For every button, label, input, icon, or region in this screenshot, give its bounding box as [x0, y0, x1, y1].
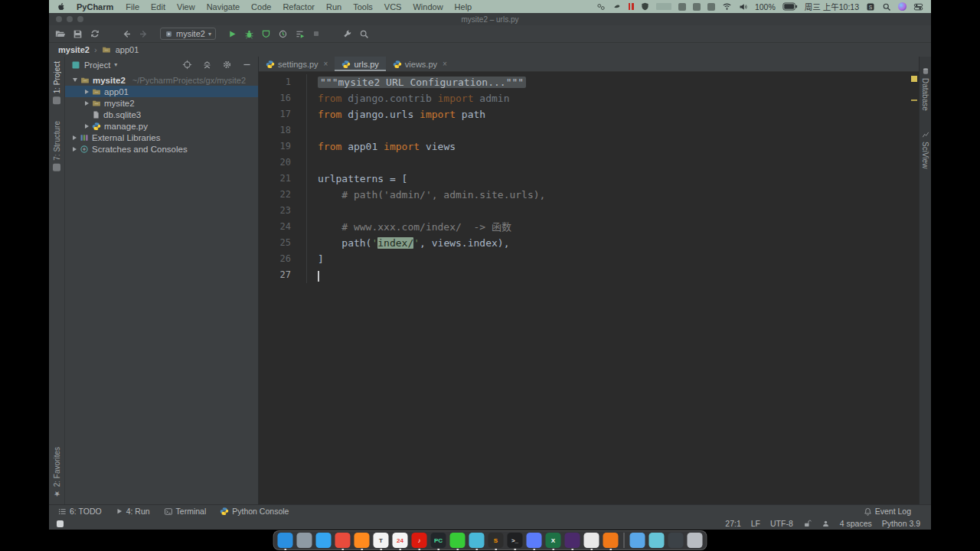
dock-telegram-icon[interactable] [527, 533, 542, 548]
tool-stripe-2-favorites[interactable]: ★2: Favorites [53, 447, 61, 498]
tool-stripe-sciview[interactable]: SciView [921, 131, 929, 168]
chevron-right-icon[interactable] [85, 90, 89, 94]
dock-pinwheel-app-icon[interactable] [584, 533, 599, 548]
spotlight-icon[interactable] [882, 2, 891, 11]
code-editor[interactable]: 1"""mysite2 URL Configuration..."""16fro… [259, 72, 910, 504]
close-tab-icon[interactable]: × [324, 60, 328, 68]
run-configuration-selector[interactable]: mysite2 ▾ [160, 28, 216, 40]
hide-panel-icon[interactable] [242, 60, 252, 70]
control-center-icon[interactable] [913, 2, 923, 11]
tool-stripe-database[interactable]: Database [921, 67, 929, 111]
code-line[interactable]: 16from django.contrib import admin [259, 90, 910, 106]
tree-item-external-libraries[interactable]: External Libraries [65, 132, 258, 143]
tree-item-manage-py[interactable]: manage.py [65, 120, 258, 132]
debug-button[interactable] [244, 29, 254, 39]
inspections-hector-icon[interactable] [822, 520, 830, 528]
run-button[interactable] [227, 29, 237, 39]
forward-icon[interactable] [139, 29, 149, 39]
tab-urls-py[interactable]: urls.py [335, 57, 385, 71]
chevron-right-icon[interactable] [85, 101, 89, 106]
indent-setting[interactable]: 4 spaces [840, 519, 872, 528]
dock-firefox-icon[interactable] [354, 533, 370, 548]
dock-folder-downloads-icon[interactable] [649, 533, 665, 548]
dock-folder-documents-icon[interactable] [630, 533, 645, 548]
menu-edit[interactable]: Edit [151, 2, 165, 11]
code-line[interactable]: 1"""mysite2 URL Configuration...""" [259, 74, 910, 90]
tool-window-button-4-run[interactable]: 4: Run [116, 507, 150, 516]
dock-finder-icon[interactable] [278, 533, 293, 548]
menu-navigate[interactable]: Navigate [207, 2, 240, 11]
dock-minimized-window-icon[interactable] [668, 533, 684, 548]
close-tab-icon[interactable]: × [443, 60, 447, 68]
stats-widget-icon[interactable] [656, 3, 671, 10]
dock-sublime-text-icon[interactable]: S [488, 533, 504, 548]
shield-icon[interactable] [641, 2, 649, 11]
settings-wrench-icon[interactable] [342, 29, 352, 39]
code-line[interactable]: 21urlpatterns = [ [259, 171, 910, 187]
chevron-right-icon[interactable] [73, 147, 77, 152]
profiler-button[interactable] [278, 29, 288, 39]
tool-window-switcher-icon[interactable] [57, 520, 64, 527]
code-line[interactable]: 23 [259, 203, 910, 219]
run-dashboard-button[interactable] [295, 29, 305, 39]
locate-file-icon[interactable] [182, 60, 192, 70]
dock-orange-app-icon[interactable] [603, 533, 619, 548]
menu-help[interactable]: Help [455, 2, 472, 11]
dock-trash-icon[interactable] [688, 533, 703, 548]
python-interpreter[interactable]: Python 3.9 [882, 519, 920, 528]
dock-chrome-icon[interactable] [335, 533, 351, 548]
app-square-2[interactable] [693, 3, 701, 11]
menu-refactor[interactable]: Refactor [283, 2, 315, 11]
code-line[interactable]: 19from app01 import views [259, 139, 910, 155]
dock-remote-desktop-icon[interactable] [469, 533, 485, 548]
dock-wechat-icon[interactable] [450, 533, 466, 548]
back-icon[interactable] [122, 29, 132, 39]
chevron-right-icon[interactable] [73, 135, 77, 140]
menu-tools[interactable]: Tools [353, 2, 373, 11]
app-square-1[interactable] [678, 3, 686, 11]
collapse-all-icon[interactable] [202, 60, 212, 70]
wifi-icon[interactable] [722, 2, 732, 11]
line-separator[interactable]: LF [751, 519, 760, 528]
stop-button[interactable] [312, 29, 321, 38]
vpn-icon[interactable] [612, 2, 622, 11]
search-everywhere-icon[interactable] [359, 29, 369, 39]
dock-pycharm-icon[interactable]: PC [431, 533, 446, 548]
chevron-right-icon[interactable] [85, 124, 89, 129]
panel-settings-gear-icon[interactable] [222, 60, 232, 70]
menu-run[interactable]: Run [326, 2, 341, 11]
siri-icon[interactable] [898, 2, 906, 11]
window-title-bar[interactable]: mysite2 – urls.py [49, 13, 931, 25]
open-folder-icon[interactable] [55, 28, 66, 39]
lock-icon[interactable] [803, 520, 812, 528]
code-line[interactable]: 24 # www.xxx.com/index/ -> 函数 [259, 219, 910, 235]
caret-position[interactable]: 27:1 [725, 519, 740, 528]
tool-window-button-terminal[interactable]: Terminal [164, 507, 207, 516]
tab-settings-py[interactable]: settings.py× [259, 57, 335, 71]
code-line[interactable]: 22 # path('admin/', admin.site.urls), [259, 187, 910, 203]
apple-icon[interactable] [57, 2, 66, 11]
sync-icon[interactable] [90, 28, 100, 39]
dock-calendar-icon[interactable]: 24 [393, 533, 408, 548]
dock-excel-icon[interactable]: X [546, 533, 561, 548]
app-square-3[interactable] [707, 3, 715, 11]
dock-safari-icon[interactable] [316, 533, 332, 548]
file-encoding[interactable]: UTF-8 [770, 519, 793, 528]
tool-window-button-python-console[interactable]: Python Console [220, 507, 289, 516]
menu-window[interactable]: Window [413, 2, 443, 11]
inspection-scrollbar[interactable] [910, 72, 919, 504]
tree-item-scratches-and-consoles[interactable]: Scratches and Consoles [65, 143, 258, 155]
inspection-status-square[interactable] [911, 76, 917, 82]
tool-window-button-event-log[interactable]: Event Log [864, 507, 911, 516]
breadcrumb-item-mysite2[interactable]: mysite2 [58, 45, 90, 54]
dock-launchpad-icon[interactable] [297, 533, 312, 548]
tree-item-db-sqlite3[interactable]: db.sqlite3 [65, 109, 258, 120]
code-line[interactable]: 18 [259, 122, 910, 139]
run-with-coverage-button[interactable] [261, 29, 271, 39]
tool-stripe-1-project[interactable]: 1: Project [53, 61, 61, 104]
menu-vcs[interactable]: VCS [384, 2, 402, 11]
dock-typora-icon[interactable]: T [374, 533, 389, 548]
recording-pause-icon[interactable] [629, 3, 634, 10]
share-icon[interactable] [596, 2, 606, 11]
save-all-icon[interactable] [73, 29, 83, 39]
